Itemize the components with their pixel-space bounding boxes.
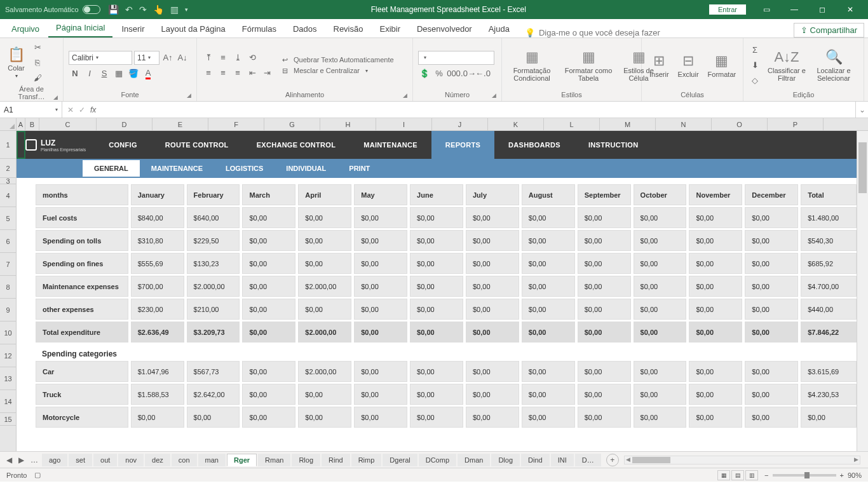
table-cell[interactable]: $0,00 xyxy=(466,276,519,297)
sheet-tab[interactable]: ago xyxy=(42,454,67,466)
border-button[interactable]: ▦ xyxy=(112,67,125,80)
sheet-tab[interactable]: dez xyxy=(145,454,170,466)
table-cell[interactable]: $1.047,96 xyxy=(131,361,184,382)
format-painter-icon[interactable]: 🖌 xyxy=(31,71,44,84)
table-cell[interactable]: $130,23 xyxy=(187,253,240,274)
table-cell[interactable]: $0,00 xyxy=(466,253,519,274)
sheet-nav-prev[interactable]: ◀ xyxy=(4,456,15,464)
table-cell[interactable]: $700,00 xyxy=(131,276,184,297)
table-cell[interactable]: $0,00 xyxy=(298,407,351,428)
sheet-tab[interactable]: INI xyxy=(551,454,574,466)
nav-dashboards[interactable]: DASHBOARDS xyxy=(494,131,574,159)
fx-icon[interactable]: fx xyxy=(90,105,96,114)
tab-file[interactable]: Arquivo xyxy=(4,20,47,37)
table-cell[interactable]: $0,00 xyxy=(578,361,631,382)
table-cell[interactable]: $0,00 xyxy=(634,230,687,251)
sheet-tab[interactable]: Rimp xyxy=(351,454,382,466)
table-cell[interactable]: $0,00 xyxy=(745,361,798,382)
table-cell[interactable]: $0,00 xyxy=(466,407,519,428)
table-cell[interactable]: $0,00 xyxy=(242,361,295,382)
table-cell[interactable]: $0,00 xyxy=(689,322,742,342)
row-header[interactable]: 3 xyxy=(0,178,16,184)
column-header[interactable]: L xyxy=(544,118,600,130)
minimize-button[interactable]: — xyxy=(782,2,807,17)
table-header-cell[interactable]: Total xyxy=(801,184,857,205)
table-cell[interactable]: $540,30 xyxy=(801,230,857,251)
table-cell[interactable]: $440,00 xyxy=(801,299,857,320)
sheet-tab[interactable]: Dman xyxy=(458,454,490,466)
autosave-toggle[interactable]: Salvamento Automático xyxy=(5,5,100,14)
format-cells-button[interactable]: ▦Formatar xyxy=(705,51,739,79)
table-cell[interactable]: $0,00 xyxy=(689,230,742,251)
copy-icon[interactable]: ⎘ xyxy=(31,56,44,69)
table-cell[interactable]: $7.846,22 xyxy=(801,322,857,342)
table-header-cell[interactable]: July xyxy=(466,184,519,205)
font-size-combo[interactable]: 11▾ xyxy=(134,51,159,65)
sheet-nav-more[interactable]: … xyxy=(28,456,41,464)
nav-reports[interactable]: REPORTS xyxy=(431,131,494,159)
table-cell[interactable]: $0,00 xyxy=(131,407,184,428)
sheet-tab[interactable]: Dgeral xyxy=(383,454,417,466)
sheet-tab[interactable]: D… xyxy=(575,454,601,466)
table-cell[interactable]: $567,73 xyxy=(187,361,240,382)
column-header[interactable]: D xyxy=(97,118,153,130)
save-icon[interactable]: 💾 xyxy=(108,4,119,15)
format-as-table-button[interactable]: ▦Formatar como Tabela xyxy=(560,48,616,83)
number-format-combo[interactable]: ▾ xyxy=(418,51,494,65)
table-header-cell[interactable]: September xyxy=(578,184,631,205)
table-cell[interactable]: $0,00 xyxy=(801,407,857,428)
align-bottom-icon[interactable]: ⤓ xyxy=(231,51,244,64)
table-cell[interactable]: $0,00 xyxy=(634,322,687,342)
table-cell[interactable]: $0,00 xyxy=(522,384,575,405)
sheet-tab[interactable]: nov xyxy=(118,454,144,466)
table-cell[interactable]: $0,00 xyxy=(522,407,575,428)
table-cell[interactable]: $0,00 xyxy=(354,207,407,228)
table-cell[interactable]: $0,00 xyxy=(689,384,742,405)
column-header[interactable]: K xyxy=(488,118,544,130)
align-center-icon[interactable]: ≡ xyxy=(217,67,229,79)
table-cell[interactable]: $0,00 xyxy=(578,299,631,320)
table-cell[interactable]: $0,00 xyxy=(689,207,742,228)
table-cell[interactable]: Spending on tolls xyxy=(36,230,128,251)
row-header[interactable]: 9 xyxy=(0,299,16,322)
table-cell[interactable]: $0,00 xyxy=(578,253,631,274)
table-cell[interactable]: $840,00 xyxy=(131,207,184,228)
row-header[interactable]: 13 xyxy=(0,367,16,390)
row-header[interactable]: 14 xyxy=(0,390,16,413)
accounting-format-icon[interactable]: 💲 xyxy=(418,67,431,80)
table-cell[interactable]: $0,00 xyxy=(522,322,575,342)
table-cell[interactable]: $0,00 xyxy=(522,361,575,382)
tab-formulas[interactable]: Fórmulas xyxy=(234,20,284,37)
table-cell[interactable]: $3.209,73 xyxy=(187,322,240,342)
table-cell[interactable]: $0,00 xyxy=(745,299,798,320)
table-cell[interactable]: $0,00 xyxy=(745,230,798,251)
row-header[interactable]: 8 xyxy=(0,276,16,299)
select-all-corner[interactable] xyxy=(0,118,17,131)
column-header[interactable]: J xyxy=(432,118,488,130)
align-right-icon[interactable]: ≡ xyxy=(231,67,244,79)
table-cell[interactable]: $0,00 xyxy=(578,322,631,342)
table-cell[interactable]: $0,00 xyxy=(578,407,631,428)
column-header[interactable]: A xyxy=(17,118,25,130)
sheet-tab[interactable]: Rind xyxy=(322,454,350,466)
sheet-tab[interactable]: DComp xyxy=(419,454,456,466)
table-cell[interactable]: $0,00 xyxy=(354,384,407,405)
close-button[interactable]: ✕ xyxy=(837,2,863,17)
table-cell[interactable]: $0,00 xyxy=(578,207,631,228)
table-cell[interactable]: $0,00 xyxy=(466,207,519,228)
paste-button[interactable]: 📋Colar▾ xyxy=(5,45,27,80)
decrease-font-icon[interactable]: A↓ xyxy=(176,51,189,64)
sheet-tab[interactable]: man xyxy=(198,454,226,466)
column-header[interactable]: B xyxy=(25,118,39,130)
table-cell[interactable]: $0,00 xyxy=(410,207,463,228)
sheet-nav-next[interactable]: ▶ xyxy=(16,456,27,464)
fill-icon[interactable]: ⬇ xyxy=(749,59,761,72)
table-cell[interactable]: $0,00 xyxy=(354,276,407,297)
fill-color-button[interactable]: 🪣 xyxy=(127,67,140,80)
table-header-cell[interactable]: December xyxy=(745,184,798,205)
sheet-tab[interactable]: con xyxy=(172,454,197,466)
table-cell[interactable]: $0,00 xyxy=(689,253,742,274)
wrap-text-button[interactable]: ↩ Quebrar Texto Automaticamente xyxy=(282,56,394,64)
orientation-icon[interactable]: ⟲ xyxy=(246,51,259,64)
table-header-cell[interactable]: June xyxy=(410,184,463,205)
